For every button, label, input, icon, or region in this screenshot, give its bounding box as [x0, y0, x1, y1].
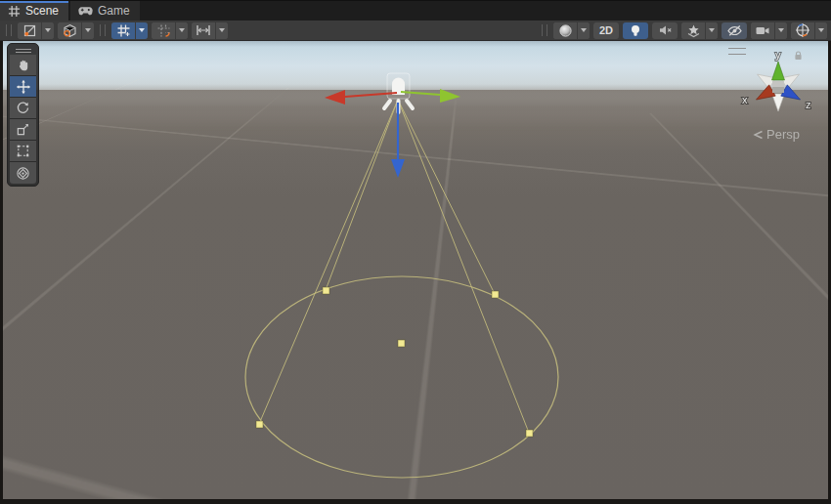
2d-toggle-label: 2D: [597, 24, 615, 36]
tab-scene-label: Scene: [25, 4, 59, 18]
toolbar-drag-handle[interactable]: [6, 24, 12, 36]
chevron-down-icon[interactable]: [705, 22, 718, 39]
tool-palette: [7, 43, 39, 187]
orientation-gizmo: y x z: [726, 47, 826, 127]
effects-icon: [681, 22, 705, 39]
transform-tool-button[interactable]: [10, 162, 36, 184]
gamepad-icon: [78, 6, 93, 17]
chevron-down-icon[interactable]: [41, 22, 54, 39]
orientation-gizmo-overlay: y x z Persp: [726, 47, 826, 145]
scale-tool-button[interactable]: [10, 119, 36, 141]
transform-icon: [16, 166, 30, 181]
axis-y-label: y: [775, 49, 781, 61]
persp-chevron-icon: [753, 130, 764, 140]
spotlight-handle[interactable]: [492, 291, 499, 298]
spotlight-center-handle[interactable]: [398, 340, 405, 347]
increment-snap-button[interactable]: [152, 22, 188, 39]
grid-icon: [8, 5, 21, 18]
move-icon: [16, 79, 31, 95]
spotlight-handle[interactable]: [526, 430, 533, 437]
eye-hidden-icon: [722, 22, 747, 39]
camera-settings-button[interactable]: [751, 22, 787, 39]
tool-handle-position-button[interactable]: [18, 22, 54, 39]
spotlight-range-ellipse: [245, 276, 558, 478]
projection-label: Persp: [766, 127, 800, 142]
chevron-down-icon[interactable]: [135, 22, 148, 39]
lightbulb-icon: [623, 22, 648, 39]
rotate-icon: [16, 101, 30, 115]
effects-button[interactable]: [681, 22, 718, 39]
right-group-drag-handle[interactable]: [542, 24, 547, 36]
snap-group-separator: [100, 24, 106, 36]
chevron-down-icon[interactable]: [814, 22, 827, 39]
hand-icon: [16, 58, 30, 72]
tab-game-label: Game: [98, 4, 130, 18]
shaded-sphere-icon: [553, 22, 577, 39]
chevron-down-icon[interactable]: [175, 22, 188, 39]
orientation-overlay-drag-handle[interactable]: [728, 48, 746, 55]
scene-visibility-button[interactable]: [722, 22, 747, 39]
tab-bar: Scene Game: [0, 0, 831, 21]
snap-move-icon: [192, 22, 215, 39]
axis-x-cone[interactable]: [753, 85, 775, 105]
scene-viewport[interactable]: y x z Persp: [3, 41, 828, 499]
snap-settings-button[interactable]: [192, 22, 228, 39]
scale-icon: [16, 122, 30, 137]
gizmos-menu-button[interactable]: [791, 22, 827, 39]
scene-content: [3, 41, 828, 499]
2d-toggle-button[interactable]: 2D: [593, 22, 619, 39]
view-tool-button[interactable]: [10, 55, 36, 76]
axis-x-label: x: [742, 94, 748, 105]
spotlight-handle[interactable]: [256, 421, 263, 428]
move-tool-button[interactable]: [10, 76, 36, 98]
unity-scene-view-window: Scene Game: [0, 0, 831, 504]
lock-icon[interactable]: [794, 51, 803, 61]
chevron-down-icon[interactable]: [577, 22, 590, 39]
draw-mode-button[interactable]: [553, 22, 590, 39]
chevron-down-icon[interactable]: [215, 22, 228, 39]
scene-lighting-button[interactable]: [623, 22, 648, 39]
rotate-tool-button[interactable]: [10, 98, 36, 119]
projection-toggle[interactable]: Persp: [726, 127, 826, 142]
orientation-cube-icon: [58, 22, 81, 39]
move-gizmo-x-arrow[interactable]: [325, 90, 397, 105]
increment-snap-icon: [152, 22, 175, 39]
grid-snapping-button[interactable]: [111, 22, 148, 39]
axis-y-cone[interactable]: [772, 62, 785, 80]
tab-scene[interactable]: Scene: [0, 1, 68, 21]
spotlight-handle[interactable]: [323, 287, 329, 294]
scene-toolbar: 2D: [0, 21, 831, 41]
scene-audio-button[interactable]: [652, 22, 678, 39]
chevron-down-icon[interactable]: [774, 22, 787, 39]
axis-z-label: z: [806, 99, 811, 110]
tool-handle-rotation-button[interactable]: [58, 22, 94, 39]
audio-muted-icon: [652, 22, 678, 39]
tool-palette-drag-handle[interactable]: [10, 46, 36, 55]
rect-icon: [16, 144, 30, 158]
camera-icon: [751, 22, 774, 39]
spotlight-handles[interactable]: [256, 287, 533, 437]
move-gizmo-y-arrow[interactable]: [391, 103, 405, 178]
tab-game[interactable]: Game: [70, 1, 140, 21]
chevron-down-icon[interactable]: [81, 22, 94, 39]
grid-snap-icon: [111, 22, 135, 39]
gizmo-center-cube-shade: [772, 87, 784, 93]
axis-z-cone[interactable]: [781, 85, 804, 105]
rect-tool-button[interactable]: [10, 141, 36, 162]
spotlight-cone-lines: [259, 100, 529, 433]
pivot-icon: [18, 22, 41, 39]
gizmos-icon: [791, 22, 814, 39]
